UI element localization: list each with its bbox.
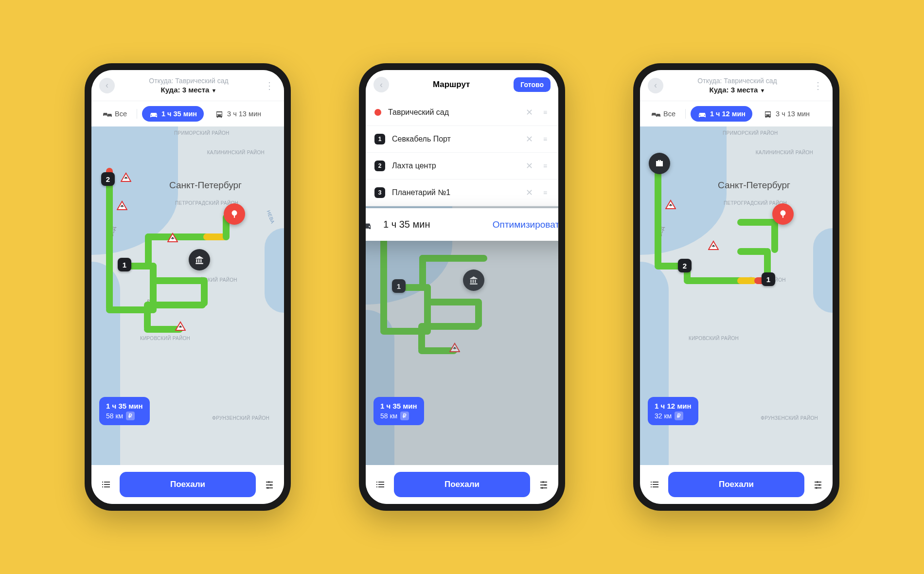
origin-dot-icon <box>374 109 381 116</box>
route-summary[interactable]: 1 ч 12 мин 32 км₽ <box>648 397 698 425</box>
done-button[interactable]: Готово <box>514 77 551 92</box>
district-label: ФРУНЗЕНСКИЙ РАЙОН <box>212 415 269 421</box>
footer-bar: Поехали <box>640 465 833 504</box>
poi-park-icon[interactable] <box>224 203 245 225</box>
poi-museum-icon[interactable] <box>463 269 484 291</box>
hazard-icon <box>175 321 186 332</box>
steps-icon[interactable] <box>373 479 387 490</box>
go-button[interactable]: Поехали <box>120 472 256 497</box>
phone-3: ‹ Откуда: Таврический сад Куда: 3 места … <box>633 63 839 511</box>
optimize-button[interactable]: Оптимизировать <box>493 219 558 230</box>
district-label: КИРОВСКИЙ РАЙОН <box>140 336 190 341</box>
waypoint-badge: 1 <box>374 134 385 144</box>
remove-icon[interactable]: ✕ <box>524 107 534 118</box>
route-header: ‹ Откуда: Таврический сад Куда: 3 места … <box>91 70 284 101</box>
drag-handle-icon[interactable]: ≡ <box>541 164 550 168</box>
waypoint-item[interactable]: Таврический сад ✕ ≡ <box>366 99 558 126</box>
estimate-time: 1 ч 35 мин <box>383 219 485 230</box>
remove-icon[interactable]: ✕ <box>524 134 534 144</box>
district-label: ФРУНЗЕНСКИЙ РАЙОН <box>761 415 818 421</box>
go-button[interactable]: Поехали <box>394 472 530 497</box>
hazard-icon <box>121 172 131 183</box>
page-title: Маршрут <box>389 80 514 90</box>
back-button[interactable]: ‹ <box>648 78 663 93</box>
district-label: КАЛИНИНСКИЙ РАЙОН <box>756 150 813 156</box>
back-button[interactable]: ‹ <box>99 78 115 93</box>
waypoint-badge: 3 <box>374 187 385 198</box>
tab-car[interactable]: 1 ч 35 мин <box>142 106 204 122</box>
poi-museum-icon[interactable] <box>189 249 210 270</box>
route-summary[interactable]: 1 ч 35 мин 58 км₽ <box>99 397 150 425</box>
tab-car[interactable]: 1 ч 12 мин <box>691 106 752 122</box>
settings-icon[interactable] <box>263 479 276 490</box>
route-summary[interactable]: 1 ч 35 мин 58 км₽ <box>373 397 424 425</box>
hazard-icon <box>665 199 676 210</box>
route-editor-header: ‹ Маршрут Готово <box>366 70 558 99</box>
hazard-icon <box>117 200 127 211</box>
waypoint-item[interactable]: 2 Лахта центр ✕ ≡ <box>366 153 558 179</box>
paid-badge: ₽ <box>400 412 409 420</box>
footer-bar: Поехали <box>91 465 284 504</box>
settings-icon[interactable] <box>537 479 551 490</box>
from-label: Откуда: Таврический сад <box>115 77 263 85</box>
waypoint-1[interactable]: 1 <box>118 258 131 271</box>
district-label: КАЛИНИНСКИЙ РАЙОН <box>207 150 265 156</box>
drag-handle-icon[interactable]: ≡ <box>541 110 550 114</box>
more-button[interactable]: ⋮ <box>811 80 825 91</box>
footer-bar: Поехали <box>366 465 558 504</box>
to-label[interactable]: Куда: 3 места ▼ <box>115 86 263 94</box>
district-label: ПРИМОРСКИЙ РАЙОН <box>174 130 230 136</box>
waypoint-badge: 2 <box>374 161 385 171</box>
more-button[interactable]: ⋮ <box>263 80 276 91</box>
steps-icon[interactable] <box>99 479 113 490</box>
optimize-popup: 1 ч 35 мин Оптимизировать <box>366 208 558 241</box>
drag-handle-icon[interactable]: ≡ <box>541 137 550 141</box>
phone-2: ‹ Маршрут Готово Таврический сад ✕ ≡ 1 С… <box>359 63 565 511</box>
paid-badge: ₽ <box>675 412 683 420</box>
hazard-icon <box>708 240 719 251</box>
city-label: Санкт-Петербург <box>718 180 790 191</box>
city-label: Санкт-Петербург <box>169 180 242 191</box>
steps-icon[interactable] <box>648 479 661 490</box>
waypoint-1[interactable]: 1 <box>392 279 406 293</box>
transport-tabs: Все 1 ч 12 мин 3 ч 13 мин <box>640 101 833 126</box>
tab-all[interactable]: Все <box>97 106 132 122</box>
settings-icon[interactable] <box>811 479 825 490</box>
drag-handle-icon[interactable]: ≡ <box>541 191 550 195</box>
poi-park-icon[interactable] <box>772 203 794 225</box>
waypoint-item[interactable]: 3 Планетарий №1 ✕ ≡ <box>366 179 558 206</box>
phone-1: ‹ Откуда: Таврический сад Куда: 3 места … <box>85 63 291 511</box>
map-area[interactable]: ПРИМОРСКИЙ РАЙОН КАЛИНИНСКИЙ РАЙОН ПЕТРО… <box>91 126 284 465</box>
car-icon <box>366 219 373 230</box>
waypoint-item[interactable]: 1 Севкабель Порт ✕ ≡ <box>366 126 558 153</box>
from-label: Откуда: Таврический сад <box>663 77 811 85</box>
route-header: ‹ Откуда: Таврический сад Куда: 3 места … <box>640 70 833 101</box>
remove-icon[interactable]: ✕ <box>524 187 534 198</box>
hazard-icon <box>449 342 460 353</box>
go-button[interactable]: Поехали <box>668 472 804 497</box>
map-area[interactable]: 1 1 ч 35 мин 58 км₽ <box>366 206 558 465</box>
tab-bus[interactable]: 3 ч 13 мин <box>208 106 268 122</box>
tab-bus[interactable]: 3 ч 13 мин <box>756 106 817 122</box>
district-label: КИРОВСКИЙ РАЙОН <box>689 336 739 341</box>
waypoint-2[interactable]: 2 <box>678 259 692 272</box>
back-button[interactable]: ‹ <box>373 77 389 92</box>
map-area[interactable]: ПРИМОРСКИЙ РАЙОН КАЛИНИНСКИЙ РАЙОН ПЕТРО… <box>640 126 833 465</box>
paid-badge: ₽ <box>126 412 135 420</box>
district-label: ПРИМОРСКИЙ РАЙОН <box>723 130 778 136</box>
hazard-icon <box>167 233 178 243</box>
waypoint-1[interactable]: 1 <box>762 272 775 286</box>
transport-tabs: Все 1 ч 35 мин 3 ч 13 мин <box>91 101 284 126</box>
to-label[interactable]: Куда: 3 места ▼ <box>663 86 811 94</box>
tab-all[interactable]: Все <box>646 106 680 122</box>
remove-icon[interactable]: ✕ <box>524 161 534 171</box>
river-label: Нева <box>266 210 276 225</box>
waypoints-list: Таврический сад ✕ ≡ 1 Севкабель Порт ✕ ≡… <box>366 99 558 206</box>
poi-work-icon[interactable] <box>649 153 670 174</box>
waypoint-2[interactable]: 2 <box>101 172 115 186</box>
